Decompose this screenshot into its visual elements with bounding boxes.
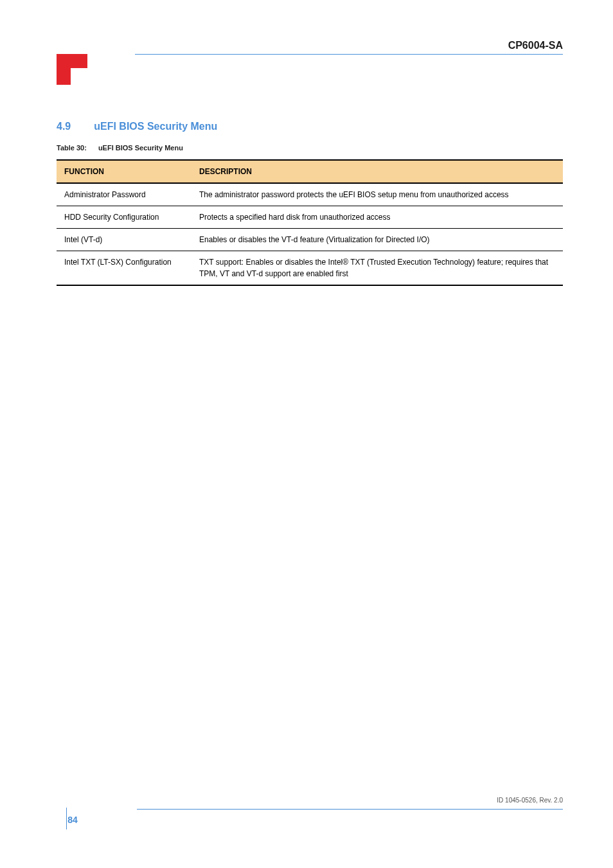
page-footer: ID 1045-0526, Rev. 2.0 84	[57, 792, 563, 811]
table-cell-description: Protects a specified hard disk from unau…	[191, 206, 563, 229]
security-menu-table: FUNCTION DESCRIPTION Administrator Passw…	[57, 159, 563, 286]
table-cell-function: Intel TXT (LT-SX) Configuration	[57, 251, 191, 286]
table-row: Administrator Password The administrator…	[57, 183, 563, 206]
table-header-description: DESCRIPTION	[191, 160, 563, 183]
page-number: 84	[67, 815, 78, 825]
table-row: HDD Security Configuration Protects a sp…	[57, 206, 563, 229]
table-caption: Table 30:uEFI BIOS Security Menu	[57, 141, 563, 153]
table-header-function: FUNCTION	[57, 160, 191, 183]
table-cell-description: TXT support: Enables or disables the Int…	[191, 251, 563, 286]
table-cell-description: The administrator password protects the …	[191, 183, 563, 206]
logo-icon	[57, 54, 87, 85]
main-content: 4.9uEFI BIOS Security Menu Table 30:uEFI…	[57, 121, 563, 286]
table-cell-function: Intel (VT-d)	[57, 229, 191, 251]
table-header-row: FUNCTION DESCRIPTION	[57, 160, 563, 183]
page-number-box: 84	[57, 814, 89, 826]
table-row: Intel (VT-d) Enables or disables the VT-…	[57, 229, 563, 251]
section-title: uEFI BIOS Security Menu	[94, 121, 217, 132]
table-cell-description: Enables or disables the VT-d feature (Vi…	[191, 229, 563, 251]
footer-id: ID 1045-0526, Rev. 2.0	[497, 797, 563, 804]
section-number: 4.9	[57, 121, 71, 132]
header-divider	[135, 54, 563, 55]
table-row: Intel TXT (LT-SX) Configuration TXT supp…	[57, 251, 563, 286]
footer-divider	[137, 809, 563, 810]
table-label: Table 30:	[57, 144, 87, 152]
svg-rect-1	[57, 54, 71, 85]
table-name: uEFI BIOS Security Menu	[98, 144, 183, 152]
table-cell-function: Administrator Password	[57, 183, 191, 206]
section-heading: 4.9uEFI BIOS Security Menu	[57, 121, 563, 132]
table-cell-function: HDD Security Configuration	[57, 206, 191, 229]
page-header-title: CP6004-SA	[508, 40, 563, 51]
